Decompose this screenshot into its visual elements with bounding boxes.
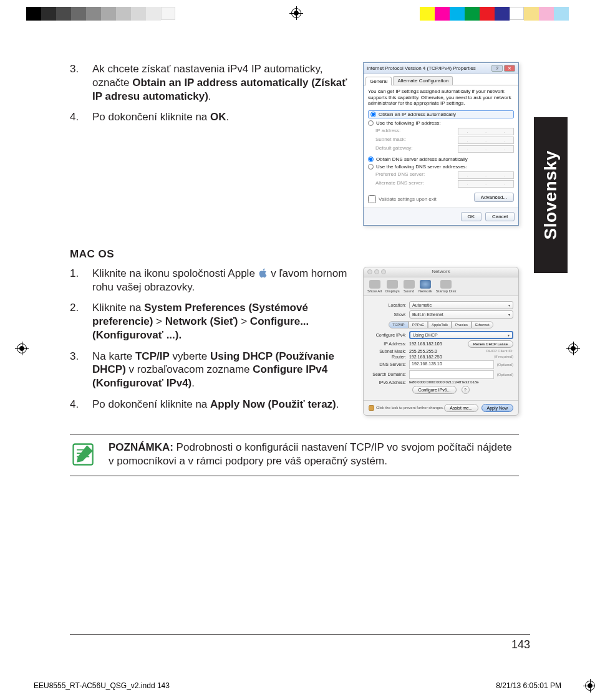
mac-configure-ipv4-select[interactable]: Using DHCP▾ [409, 331, 513, 339]
mac-assist-button[interactable]: Assist me... [444, 404, 478, 412]
mac-tb-sound[interactable]: Sound [404, 280, 415, 293]
registration-mark-icon [583, 679, 595, 693]
mac-tb-network[interactable]: Network [418, 280, 432, 293]
macstep-2: 2. Kliknite na System Preferences (Systé… [70, 301, 352, 342]
step-4: 4. Po dokončení kliknite na OK. [70, 110, 352, 124]
win-radio-auto-ip[interactable]: Obtain an IP address automatically [368, 110, 514, 118]
mac-tab-appletalk[interactable]: AppleTalk [428, 321, 452, 328]
macos-heading: MAC OS [70, 248, 519, 261]
mac-zoom-icon[interactable] [381, 269, 386, 274]
mac-tab-ethernet[interactable]: Ethernet [472, 321, 493, 328]
steps-macos: 1. Kliknite na ikonu spoločnosti Apple v… [70, 267, 352, 411]
win-title-text: Internet Protocol Version 4 (TCP/IPv4) P… [367, 65, 476, 71]
win-ip-field[interactable]: ... [458, 128, 514, 135]
mac-tab-proxies[interactable]: Proxies [452, 321, 472, 328]
lock-icon [369, 405, 374, 411]
win-pdns-field[interactable]: ... [458, 171, 514, 179]
win-mask-field[interactable]: ... [458, 137, 514, 144]
mac-tb-startup[interactable]: Startup Disk [436, 280, 457, 293]
mac-tabs: TCP/IP PPPoE AppleTalk Proxies Ethernet [369, 321, 513, 328]
mac-lock[interactable]: Click the lock to prevent further change… [369, 405, 444, 411]
mac-minimize-icon[interactable] [374, 269, 379, 274]
mac-renew-button[interactable]: Renew DHCP Lease [468, 340, 513, 348]
win-adns-field[interactable]: ... [458, 180, 514, 188]
registration-mark-icon [289, 6, 303, 20]
page-footer: 143 [70, 634, 530, 651]
mac-toolbar: Show All Displays Sound Network Startup … [364, 277, 518, 296]
macstep-3: 3. Na karte TCP/IP vyberte Using DHCP (P… [70, 350, 352, 390]
print-slug: EEU8555_RT-AC56U_QSG_v2.indd 143 8/21/13… [34, 679, 561, 693]
mac-tab-pppoe[interactable]: PPPoE [409, 321, 428, 328]
mac-close-icon[interactable] [367, 269, 372, 274]
mac-tb-showall[interactable]: Show All [367, 280, 382, 293]
win-tab-general[interactable]: General [365, 77, 392, 85]
win-description: You can get IP settings assigned automat… [368, 89, 514, 107]
win-tab-alternate[interactable]: Alternate Configuration [393, 76, 453, 85]
win-cancel-button[interactable]: Cancel [485, 212, 515, 221]
macstep-4: 4. Po dokončení kliknite na Apply Now (P… [70, 398, 352, 411]
apple-icon [258, 268, 268, 278]
mac-configure-ipv6-button[interactable]: Configure IPv6... [412, 386, 456, 394]
registration-mark-icon [15, 342, 29, 355]
win-close-icon[interactable]: ✕ [504, 65, 515, 72]
win-validate-check[interactable]: Validate settings upon exit [368, 195, 437, 203]
steps-windows: 3. Ak chcete získať nastavenia iPv4 IP a… [70, 62, 352, 124]
slug-file: EEU8555_RT-AC56U_QSG_v2.indd 143 [34, 681, 170, 690]
note-icon [70, 441, 97, 468]
registration-mark-icon [566, 342, 580, 355]
language-tab: Slovensky [534, 117, 568, 273]
slug-datetime: 8/21/13 6:05:01 PM [496, 681, 561, 690]
mac-network-dialog: Network Show All Displays Sound Network … [363, 267, 519, 416]
mac-dns-field[interactable]: 192.168.128.10 [409, 360, 494, 369]
note-label: POZNÁMKA: [109, 441, 173, 453]
mac-help-icon[interactable]: ? [462, 386, 470, 394]
win-help-icon[interactable]: ? [491, 65, 503, 72]
win-radio-use-dns[interactable]: Use the following DNS server addresses: [368, 164, 514, 170]
macstep-1: 1. Kliknite na ikonu spoločnosti Apple v… [70, 267, 352, 294]
mac-tb-displays[interactable]: Displays [385, 280, 400, 293]
windows-ipv4-dialog: Internet Protocol Version 4 (TCP/IPv4) P… [363, 62, 519, 226]
win-gateway-field[interactable]: ... [458, 145, 514, 153]
win-ok-button[interactable]: OK [461, 212, 482, 221]
mac-search-field[interactable] [409, 370, 494, 379]
mac-tab-tcpip[interactable]: TCP/IP [389, 321, 408, 328]
note-box: POZNÁMKA: Podrobnosti o konfigurácii nas… [70, 434, 519, 476]
mac-location-select[interactable]: Automatic▾ [409, 301, 513, 309]
page-number: 143 [511, 638, 530, 651]
win-radio-auto-dns[interactable]: Obtain DNS server address automatically [368, 156, 514, 162]
mac-apply-button[interactable]: Apply Now [481, 404, 513, 412]
mac-show-select[interactable]: Built-in Ethernet▾ [409, 310, 513, 319]
language-tab-label: Slovensky [541, 150, 561, 239]
step-3: 3. Ak chcete získať nastavenia iPv4 IP a… [70, 62, 352, 103]
page: Slovensky 3. Ak chcete získať nastavenia… [32, 37, 561, 664]
win-advanced-button[interactable]: Advanced... [474, 193, 514, 202]
win-radio-use-ip[interactable]: Use the following IP address: [368, 120, 514, 126]
